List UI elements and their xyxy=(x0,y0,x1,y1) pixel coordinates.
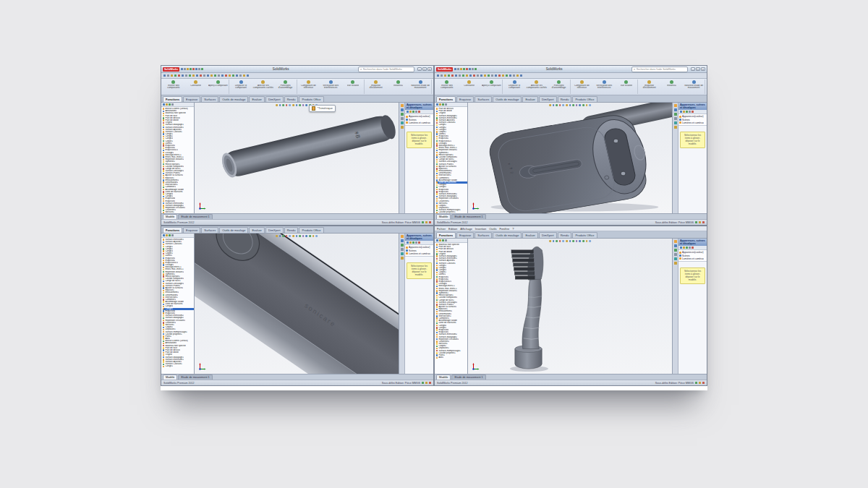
quickbar-icon[interactable] xyxy=(441,74,443,77)
close-button[interactable]: ✕ xyxy=(701,67,705,71)
headsup-icon[interactable] xyxy=(312,235,315,237)
titlebar-icon[interactable] xyxy=(190,68,192,70)
viewport-3d[interactable]: ✳B *Trimétrique xyxy=(195,103,399,213)
minimize-button[interactable]: – xyxy=(417,67,422,71)
quickbar-icon[interactable] xyxy=(498,74,501,77)
quickbar-icon[interactable] xyxy=(229,74,231,77)
task-pane-tab-icon[interactable] xyxy=(401,252,404,255)
headsup-icon[interactable] xyxy=(299,235,301,237)
ribbon-button[interactable]: Composant de référence xyxy=(571,80,593,94)
quickbar-icon[interactable] xyxy=(178,74,180,77)
viewport-3d[interactable]: ≡◦⌀▭ xyxy=(468,103,672,213)
tab-6[interactable]: Rendu xyxy=(558,232,572,238)
headsup-icon[interactable] xyxy=(276,104,278,106)
ribbon-button[interactable]: Contrainte xyxy=(185,80,207,94)
task-pane-toolbar-icon[interactable] xyxy=(412,111,414,113)
task-pane-toolbar-icon[interactable] xyxy=(415,111,417,113)
headsup-icon[interactable] xyxy=(302,104,305,106)
tree-toolbar-icon[interactable] xyxy=(166,234,168,236)
viewport-3d[interactable]: sonicare xyxy=(195,234,399,374)
task-pane-header[interactable]: Apparences, scènes et décalques xyxy=(405,234,433,241)
headsup-icon[interactable] xyxy=(569,104,571,106)
task-pane-tab-icon[interactable] xyxy=(674,121,677,124)
quickbar-icon[interactable] xyxy=(218,74,220,77)
headsup-icon[interactable] xyxy=(305,104,307,106)
headsup-icon[interactable] xyxy=(566,104,568,106)
tab-0[interactable]: Fonctions xyxy=(436,96,456,102)
quickbar-icon[interactable] xyxy=(167,74,169,77)
menu-2[interactable]: Affichage xyxy=(460,227,472,231)
task-pane-tab-icon[interactable] xyxy=(401,235,404,238)
titlebar-icon[interactable] xyxy=(198,68,200,70)
quickbar-icon[interactable] xyxy=(516,74,519,77)
help-search-box[interactable]: ⌕ Rechercher dans l'aide SolidWorks xyxy=(358,67,414,72)
quickbar-icon[interactable] xyxy=(513,74,515,77)
ribbon-button[interactable]: Nouvelle étude de mouvement xyxy=(409,80,432,94)
doc-tab-0[interactable]: Modèle xyxy=(163,214,177,219)
headsup-icon[interactable] xyxy=(563,104,565,106)
ribbon-button[interactable]: Fonctions d'assemblage xyxy=(548,80,571,94)
headsup-icon[interactable] xyxy=(292,104,294,106)
headsup-icon[interactable] xyxy=(589,104,591,106)
tab-5[interactable]: DimXpert xyxy=(539,232,557,238)
tab-5[interactable]: DimXpert xyxy=(265,227,284,233)
headsup-icon[interactable] xyxy=(282,235,284,237)
tab-2[interactable]: Surfaces xyxy=(201,227,218,233)
titlebar-icon[interactable] xyxy=(201,68,203,70)
quickbar-icon[interactable] xyxy=(520,74,522,77)
tab-0[interactable]: Fonctions xyxy=(163,96,182,102)
quickbar-icon[interactable] xyxy=(495,74,497,77)
task-pane-tab-icon[interactable] xyxy=(401,248,404,251)
titlebar-icon[interactable] xyxy=(184,68,186,70)
titlebar-icon[interactable] xyxy=(472,68,474,70)
quickbar-icon[interactable] xyxy=(203,74,205,77)
title-bar[interactable]: SolidWorks SolidWorks ⌕ Rechercher dans … xyxy=(435,66,707,73)
handle-tube-model[interactable]: ✳B xyxy=(195,103,399,213)
task-pane-tab-icon[interactable] xyxy=(401,126,404,129)
tab-3[interactable]: Outils de moulage xyxy=(493,232,522,238)
task-pane-toolbar-icon[interactable] xyxy=(418,111,420,113)
quickbar-icon[interactable] xyxy=(185,74,187,77)
headsup-icon[interactable] xyxy=(299,104,301,106)
task-pane-header[interactable]: Apparences, scènes et décalques xyxy=(678,239,707,246)
brush-head-model[interactable] xyxy=(468,239,672,374)
titlebar-icon[interactable] xyxy=(195,68,197,70)
ribbon-button[interactable]: Esquisse d'éclatement xyxy=(639,80,660,94)
tree-toolbar-icon[interactable] xyxy=(439,239,441,241)
quickbar-icon[interactable] xyxy=(455,74,457,77)
task-pane-toolbar-icon[interactable] xyxy=(409,241,412,244)
quickbar-icon[interactable] xyxy=(214,74,216,77)
maximize-button[interactable]: ▢ xyxy=(422,67,427,71)
tab-7[interactable]: Produits Office xyxy=(299,96,323,102)
task-pane-tab-icon[interactable] xyxy=(674,240,677,243)
task-pane-header[interactable]: Apparences, scènes et décalques xyxy=(405,103,433,110)
ribbon-button[interactable]: Vue éclatée xyxy=(342,80,365,94)
task-pane-toolbar-icon[interactable] xyxy=(686,111,688,113)
tab-2[interactable]: Surfaces xyxy=(201,96,218,102)
task-pane-item[interactable]: Lumières et caméras xyxy=(679,121,706,124)
tree-toolbar-icon[interactable] xyxy=(163,234,165,236)
task-pane-tab-icon[interactable] xyxy=(674,104,677,107)
headsup-icon[interactable] xyxy=(292,235,294,237)
quickbar-icon[interactable] xyxy=(243,74,245,77)
task-pane-tab-icon[interactable] xyxy=(674,117,677,120)
doc-tab-1[interactable]: Etude de mouvement 1 xyxy=(451,374,485,380)
task-pane-tab-icon[interactable] xyxy=(674,262,677,265)
headsup-icon[interactable] xyxy=(302,235,305,237)
menu-6[interactable]: ? xyxy=(512,227,514,231)
tab-2[interactable]: Surfaces xyxy=(475,96,492,102)
headsup-icon[interactable] xyxy=(279,235,281,237)
quickbar-icon[interactable] xyxy=(200,74,202,77)
ribbon-button[interactable]: Contrainte xyxy=(459,80,480,94)
tree-toolbar-icon[interactable] xyxy=(171,103,174,106)
headsup-icon[interactable] xyxy=(559,240,561,242)
headsup-icon[interactable] xyxy=(296,104,298,106)
tab-6[interactable]: Rendu xyxy=(284,227,299,233)
headsup-icon[interactable] xyxy=(309,235,311,237)
viewport-3d[interactable] xyxy=(468,239,672,374)
tree-toolbar-icon[interactable] xyxy=(163,103,165,106)
tree-toolbar-icon[interactable] xyxy=(166,103,168,106)
tree-toolbar-icon[interactable] xyxy=(169,103,171,106)
quickbar-icon[interactable] xyxy=(221,74,224,77)
quickbar-icon[interactable] xyxy=(488,74,490,77)
